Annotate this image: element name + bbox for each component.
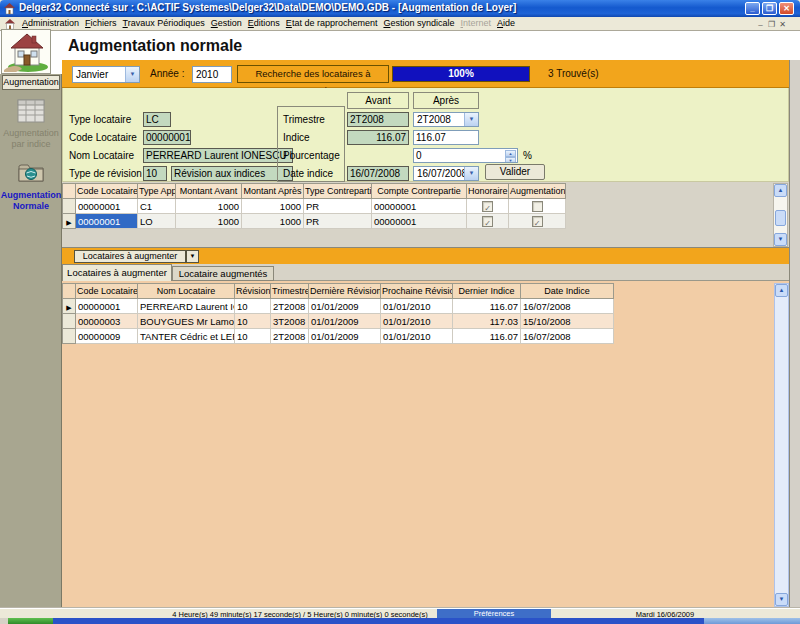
tenants-scrollbar[interactable]: ▲ ▼ [774, 283, 789, 607]
menu-travaux-periodiques[interactable]: Travaux Périodiques [120, 17, 208, 28]
type-locataire-label: Type locataire [69, 112, 131, 127]
col-type-appel[interactable]: Type Appel [138, 184, 176, 199]
pourcentage-label: Pourcentage [283, 148, 340, 163]
col-prochaine-revision[interactable]: Prochaine Révision [381, 284, 453, 299]
row-marker-icon: ▶ [66, 304, 71, 311]
locataires-a-augmenter-button[interactable]: Locataires à augmenter [74, 250, 186, 263]
chevron-down-icon[interactable]: ▼ [464, 167, 478, 180]
mdi-close-icon[interactable]: ✕ [777, 20, 788, 29]
menu-internet: Internet [458, 17, 495, 28]
scroll-up-icon[interactable]: ▲ [774, 184, 787, 197]
table-row[interactable]: ▶ 00000003 BOUYGUES Mr Lamoitier 10 3T20… [63, 314, 614, 329]
logo-house-icon [1, 29, 51, 74]
menu-bar: AdministrationFichiersTravaux Périodique… [0, 17, 800, 31]
col-compte-contrepartie[interactable]: Compte Contrepartie [372, 184, 467, 199]
table-row[interactable]: ▶ 00000001 PERREARD Laurent IONESC 10 2T… [63, 299, 614, 314]
scroll-thumb[interactable] [775, 210, 786, 226]
scroll-up-icon[interactable]: ▲ [775, 284, 788, 297]
search-toolbar: Janvier ▼ Année : 2010 Recherche des loc… [62, 60, 789, 88]
nom-locataire-field: PERREARD Laurent IONESCU Irina [143, 148, 293, 163]
restore-button[interactable]: ❐ [762, 2, 777, 15]
window-title: Delger32 Connecté sur : C:\ACTIF Systeme… [19, 2, 516, 13]
augmentation-checkbox[interactable]: ✓ [532, 216, 543, 227]
col-augmentation[interactable]: Augmentation [509, 184, 566, 199]
application-window: Delger32 Connecté sur : C:\ACTIF Systeme… [0, 0, 800, 624]
year-input[interactable]: 2010 [192, 66, 232, 83]
sidebar-item-augmentation-normale[interactable]: Augmentation Normale [0, 190, 62, 212]
tab-locataire-augmentes[interactable]: Locataire augmentés [172, 266, 274, 281]
nom-locataire-label: Nom Locataire [69, 148, 134, 163]
minimize-button[interactable]: _ [745, 2, 760, 15]
tenants-table: Code Locataire Nom Locataire Révision Tr… [62, 283, 614, 344]
code-locataire-field: 00000001 [143, 130, 191, 145]
menu-gestion[interactable]: Gestion [208, 17, 245, 28]
chevron-down-icon[interactable]: ▼ [464, 113, 478, 126]
page-title: Augmentation normale [68, 37, 242, 55]
year-label: Année : [150, 68, 184, 79]
type-revision-label: Type de révision [69, 166, 142, 181]
spinner[interactable]: ▲ ▼ [505, 150, 516, 161]
date-indice-apres-select[interactable]: 16/07/2008 ▼ [413, 166, 479, 181]
trimestre-apres-select[interactable]: 2T2008 ▼ [413, 112, 479, 127]
col-trimestre[interactable]: Trimestre [271, 284, 309, 299]
col-revision[interactable]: Révision [235, 284, 271, 299]
scroll-down-icon[interactable]: ▼ [774, 233, 787, 246]
mdi-minimize-icon[interactable]: – [755, 20, 766, 29]
col-montant-avant[interactable]: Montant Avant [176, 184, 242, 199]
spinner-down-icon[interactable]: ▼ [505, 157, 516, 163]
menu-editions[interactable]: Editions [245, 17, 283, 28]
mdi-restore-icon[interactable]: ❐ [766, 20, 777, 29]
title-bar[interactable]: Delger32 Connecté sur : C:\ACTIF Systeme… [0, 0, 800, 17]
menu-gestion-syndicale[interactable]: Gestion syndicale [380, 17, 457, 28]
honoraire-checkbox[interactable]: ✓ [482, 216, 493, 227]
table-row[interactable]: ▶ 00000001 C1 1000 1000 PR 00000001 ✓ ✓ [63, 199, 566, 214]
date-indice-label: Date indice [283, 166, 333, 181]
percent-label: % [523, 148, 532, 163]
chevron-down-icon[interactable]: ▼ [186, 250, 199, 263]
valider-button[interactable]: Valider [485, 164, 545, 180]
col-dernier-indice[interactable]: Dernier Indice [453, 284, 521, 299]
detail-scrollbar[interactable]: ▲ ▼ [773, 183, 788, 247]
tab-strip: Locataires à augmenter Locataire augment… [62, 264, 789, 281]
sidebar-tab-augmentation[interactable]: Augmentation [2, 75, 60, 90]
start-button[interactable] [8, 618, 53, 624]
found-count: 3 Trouvé(s) [548, 68, 599, 79]
menu-etat-rapprochement[interactable]: Etat de rapprochement [283, 17, 381, 28]
close-button[interactable]: ✕ [779, 2, 794, 15]
detail-header-row: Code Locataire Type Appel Montant Avant … [63, 184, 566, 199]
content-area: Janvier ▼ Année : 2010 Recherche des loc… [62, 60, 789, 608]
month-select[interactable]: Janvier ▼ [72, 66, 140, 83]
progress-bar: 100% [392, 66, 530, 82]
spinner-up-icon[interactable]: ▲ [505, 150, 516, 157]
honoraire-checkbox[interactable]: ✓ [482, 201, 493, 212]
col-montant-apres[interactable]: Montant Après [242, 184, 304, 199]
trimestre-avant-field: 2T2008 [347, 112, 409, 127]
grid-table-icon[interactable] [17, 98, 45, 124]
menu-fichiers[interactable]: Fichiers [82, 17, 120, 28]
menu-aide[interactable]: Aide [494, 17, 518, 28]
col-nom-locataire[interactable]: Nom Locataire [138, 284, 235, 299]
augmentation-checkbox[interactable]: ✓ [532, 201, 543, 212]
table-row[interactable]: ▶ 00000001 LO 1000 1000 PR 00000001 ✓ ✓ [63, 214, 566, 229]
col-derniere-revision[interactable]: Dernière Révision [309, 284, 381, 299]
col-honoraire[interactable]: Honoraire [467, 184, 509, 199]
taskbar[interactable] [0, 618, 800, 624]
tab-locataires-a-augmenter[interactable]: Locataires à augmenter [62, 264, 172, 281]
chevron-down-icon[interactable]: ▼ [125, 67, 139, 82]
code-locataire-label: Code Locataire [69, 130, 137, 145]
indice-label: Indice [283, 130, 310, 145]
col-code-locataire[interactable]: Code Locataire [76, 284, 138, 299]
table-row[interactable]: ▶ 00000009 TANTER Cédric et LERAY J 10 2… [63, 329, 614, 344]
pourcentage-apres-input[interactable]: 0 ▲ ▼ [413, 148, 518, 163]
menu-administration[interactable]: Administration [19, 17, 82, 28]
scroll-down-icon[interactable]: ▼ [775, 593, 788, 606]
tenants-panel: Code Locataire Nom Locataire Révision Tr… [62, 281, 789, 608]
col-type-contrepartie[interactable]: Type Contrepartie [304, 184, 372, 199]
indice-apres-input[interactable]: 116.07 [413, 130, 479, 145]
folder-globe-icon[interactable] [18, 160, 44, 184]
search-tenants-button[interactable]: Recherche des locataires à augmenter [237, 65, 389, 83]
col-code-locataire[interactable]: Code Locataire [76, 184, 138, 199]
actions-toolbar: Locataires à augmenter ▼ [62, 248, 789, 264]
sidebar-item-augmentation-par-indice[interactable]: Augmentation par indice [0, 128, 62, 150]
col-date-indice[interactable]: Date Indice [521, 284, 614, 299]
